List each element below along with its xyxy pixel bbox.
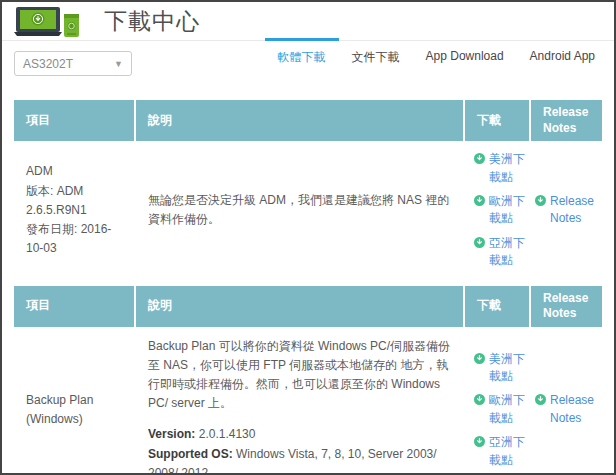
- backup-plan-download-link-america[interactable]: 美洲下載點: [474, 351, 527, 386]
- backup-plan-os-line: Supported OS: Windows Vista, 7, 8, 10, S…: [148, 445, 451, 475]
- column-header-release-notes: Release Notes: [531, 286, 602, 327]
- backup-plan-description-cell: Backup Plan 可以將你的資料從 Windows PC/伺服器備份至 N…: [136, 329, 463, 475]
- download-center-logo-icon: [14, 7, 96, 41]
- tab-document-download[interactable]: 文件下載: [339, 40, 413, 72]
- chevron-down-icon: ▼: [114, 59, 123, 69]
- adm-release-date: 發布日期: 2016-10-03: [26, 220, 122, 258]
- download-icon: [474, 392, 485, 427]
- column-header-description: 說明: [136, 286, 463, 327]
- model-selector[interactable]: AS3202T ▼: [14, 51, 132, 76]
- backup-plan-name: Backup Plan (Windows): [26, 391, 122, 429]
- version-label: Version:: [148, 427, 195, 441]
- tab-android-app[interactable]: Android App: [517, 40, 608, 72]
- backup-plan-download-link-europe[interactable]: 歐洲下載點: [474, 392, 527, 427]
- download-link-label: 亞洲下載點: [489, 434, 527, 469]
- download-link-label: 歐洲下載點: [489, 392, 527, 427]
- adm-download-link-europe[interactable]: 歐洲下載點: [474, 193, 527, 228]
- column-header-item: 項目: [14, 286, 134, 327]
- adm-version: 版本: ADM 2.6.5.R9N1: [26, 182, 122, 220]
- download-icon: [474, 434, 485, 469]
- adm-description: 無論您是否決定升級 ADM，我們還是建議您將 NAS 裡的資料作備份。: [148, 191, 451, 229]
- download-link-label: 亞洲下載點: [489, 235, 527, 270]
- download-icon: [535, 392, 546, 427]
- release-notes-link-label: Release Notes: [550, 392, 598, 427]
- download-icon: [474, 351, 485, 386]
- download-link-label: 美洲下載點: [489, 351, 527, 386]
- adm-download-link-asia[interactable]: 亞洲下載點: [474, 235, 527, 270]
- page-title: 下載中心: [104, 6, 200, 37]
- backup-plan-version-line: Version: 2.0.1.4130: [148, 425, 451, 444]
- column-header-item: 項目: [14, 100, 134, 141]
- download-link-label: 美洲下載點: [489, 151, 527, 186]
- tab-software-download[interactable]: 軟體下載: [265, 40, 339, 72]
- backup-plan-description: Backup Plan 可以將你的資料從 Windows PC/伺服器備份至 N…: [148, 337, 451, 414]
- tab-bar: 軟體下載 文件下載 App Download Android App: [265, 40, 608, 72]
- utilities-table: 項目 說明 下載 Release Notes Backup Plan (Wind…: [14, 286, 602, 475]
- adm-item-cell: ADM 版本: ADM 2.6.5.R9N1 發布日期: 2016-10-03: [14, 143, 134, 277]
- backup-plan-version: 2.0.1.4130: [199, 427, 256, 441]
- column-header-release-notes: Release Notes: [531, 100, 602, 141]
- adm-table: 項目 說明 下載 Release Notes ADM 版本: ADM 2.6.5…: [14, 100, 602, 278]
- download-icon: [474, 151, 485, 186]
- adm-download-cell: 美洲下載點 歐洲下載點 亞洲下載點: [465, 143, 529, 277]
- backup-plan-release-notes-cell: Release Notes: [531, 329, 602, 475]
- column-header-description: 說明: [136, 100, 463, 141]
- adm-description-cell: 無論您是否決定升級 ADM，我們還是建議您將 NAS 裡的資料作備份。: [136, 143, 463, 277]
- adm-download-link-america[interactable]: 美洲下載點: [474, 151, 527, 186]
- download-icon: [474, 193, 485, 228]
- adm-name: ADM: [26, 162, 122, 181]
- supported-os-label: Supported OS:: [148, 447, 233, 461]
- model-selector-value: AS3202T: [23, 57, 73, 71]
- tab-app-download[interactable]: App Download: [413, 40, 517, 72]
- release-notes-link-label: Release Notes: [550, 193, 598, 228]
- column-header-download: 下載: [465, 100, 529, 141]
- backup-plan-download-cell: 美洲下載點 歐洲下載點 亞洲下載點: [465, 329, 529, 475]
- backup-plan-item-cell: Backup Plan (Windows): [14, 329, 134, 475]
- header: 下載中心 軟體下載 文件下載 App Download Android App: [2, 2, 614, 41]
- backup-plan-download-link-asia[interactable]: 亞洲下載點: [474, 434, 527, 469]
- adm-release-notes-link[interactable]: Release Notes: [535, 193, 598, 228]
- backup-plan-release-notes-link[interactable]: Release Notes: [535, 392, 598, 427]
- adm-release-notes-cell: Release Notes: [531, 143, 602, 277]
- download-icon: [535, 193, 546, 228]
- download-center-page: 下載中心 軟體下載 文件下載 App Download Android App …: [0, 0, 616, 475]
- column-header-download: 下載: [465, 286, 529, 327]
- download-icon: [474, 235, 485, 270]
- download-link-label: 歐洲下載點: [489, 193, 527, 228]
